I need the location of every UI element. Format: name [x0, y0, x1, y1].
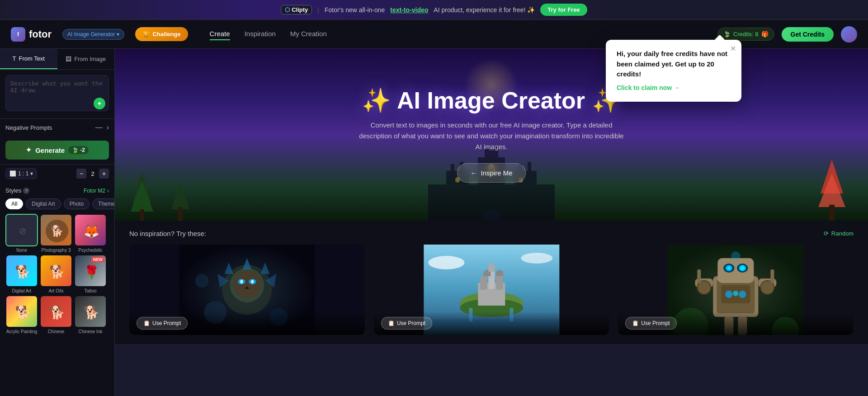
negative-prompts-row[interactable]: Negative Prompts — ›	[0, 118, 114, 136]
tooltip-close-button[interactable]: ✕	[730, 44, 736, 53]
cards-row: 📋 Use Prompt	[129, 245, 854, 335]
count-decrease-button[interactable]: −	[76, 169, 86, 179]
tab-from-image[interactable]: 🖼 From Image	[57, 49, 115, 69]
svg-rect-5	[451, 164, 454, 175]
get-credits-button[interactable]: Get Credits	[782, 27, 834, 42]
use-prompt-button-2[interactable]: 📋 Use Prompt	[381, 317, 432, 330]
credits-label: Credits: 8	[733, 31, 759, 38]
try-for-free-button[interactable]: Try for Free	[540, 4, 587, 16]
inspire-me-label: Inspire Me	[481, 169, 512, 177]
style-thumb-psychedelic: 🦊	[74, 214, 107, 246]
style-thumb-digital-art: 🐕	[5, 255, 38, 287]
ratio-icon: ⬜	[9, 170, 16, 177]
magic-enhance-button[interactable]: ✦	[94, 98, 105, 109]
count-control: − 2 +	[76, 169, 109, 179]
style-photography3[interactable]: 🐕 Photography 3	[40, 214, 72, 253]
style-chinese-ink-label: Chinese Ink	[74, 329, 107, 334]
svg-point-39	[195, 274, 208, 288]
style-grid: ⊘ None 🐕 Photography 3	[0, 211, 114, 337]
cost-value: -2	[80, 147, 85, 153]
style-none[interactable]: ⊘ None	[5, 214, 38, 253]
prompt-textarea[interactable]	[5, 75, 109, 111]
style-thumb-photography3: 🐕	[40, 214, 72, 246]
random-button[interactable]: ⟳ Random	[824, 230, 854, 237]
svg-rect-22	[178, 207, 183, 221]
svg-point-66	[741, 266, 745, 270]
style-digital-art[interactable]: 🐕 Digital Art	[5, 255, 38, 293]
top-banner: ⬡ Clipty | Fotor's new all-in-one text-t…	[0, 0, 868, 20]
style-none-label: None	[5, 248, 38, 253]
style-psychedelic[interactable]: 🦊 Psychedelic	[74, 214, 107, 253]
sidebar: T From Text 🖼 From Image ✦ Negative Prom…	[0, 49, 115, 396]
svg-point-68	[726, 291, 733, 298]
style-tattoo[interactable]: 🌹 NEW Tattoo	[74, 255, 107, 293]
use-prompt-label-3: Use Prompt	[641, 320, 670, 326]
hero-section: ✨ AI Image Creator ✨ Convert text to ima…	[115, 49, 868, 221]
expand-icon: — ›	[95, 123, 109, 132]
styles-label: Styles ?	[5, 187, 29, 194]
count-increase-button[interactable]: +	[99, 169, 109, 179]
chevron-right-model-icon: ›	[107, 188, 109, 194]
svg-point-35	[251, 280, 254, 283]
prompt-icon-3: 📋	[632, 320, 639, 326]
chevron-down-ratio-icon: ▾	[30, 170, 33, 177]
svg-rect-9	[528, 162, 531, 175]
styles-header: Styles ? Fotor M2 ›	[0, 183, 114, 197]
card-2-overlay: 📋 Use Prompt	[374, 311, 609, 335]
style-acrylic-painting-label: Acrylic Painting	[5, 329, 38, 334]
style-chinese-ink[interactable]: 🐕 Chinese Ink	[74, 295, 107, 334]
card-1-overlay: 📋 Use Prompt	[129, 311, 365, 335]
svg-rect-3	[489, 151, 494, 163]
nav-my-creation[interactable]: My Creation	[290, 28, 327, 40]
filter-all[interactable]: All	[5, 198, 23, 209]
styles-text: Styles	[5, 187, 21, 194]
nav-create[interactable]: Create	[210, 28, 230, 40]
prompt-icon-2: 📋	[388, 320, 395, 326]
prompt-area: ✦	[0, 70, 114, 118]
style-chinese[interactable]: 🐕 Chinese	[40, 295, 72, 334]
claim-credits-link[interactable]: Click to claim now →	[617, 84, 680, 91]
suggestion-card-2[interactable]: 📋 Use Prompt	[374, 245, 609, 335]
style-thumb-art-oils: 🐕	[40, 255, 72, 287]
tab-from-text[interactable]: T From Text	[0, 49, 57, 69]
banner-pipe: |	[317, 6, 319, 14]
style-psychedelic-label: Psychedelic	[74, 248, 107, 253]
generate-cost: 🍃 -2	[68, 146, 89, 154]
svg-rect-46	[480, 276, 487, 290]
credits-badge: 🍃 Credits: 8 🎁	[717, 28, 774, 41]
model-badge[interactable]: Fotor M2 ›	[84, 188, 109, 194]
suggestions-header: No inspiration? Try these: ⟳ Random	[129, 230, 854, 237]
use-prompt-button-1[interactable]: 📋 Use Prompt	[137, 317, 188, 330]
suggestion-card-3[interactable]: 📋 Use Prompt	[618, 245, 854, 335]
svg-rect-60	[718, 258, 754, 283]
ai-image-generator-badge[interactable]: AI Image Generator ▾	[62, 29, 124, 40]
generate-button[interactable]: ✦ Generate 🍃 -2	[5, 141, 109, 160]
style-thumb-none: ⊘	[5, 214, 38, 246]
svg-point-41	[428, 256, 464, 269]
filter-digital-art[interactable]: Digital Art	[26, 198, 61, 209]
use-prompt-label-2: Use Prompt	[397, 320, 425, 326]
model-label: Fotor M2	[84, 188, 105, 194]
challenge-label: Challenge	[152, 31, 180, 38]
inspire-me-button[interactable]: ← Inspire Me	[457, 163, 525, 183]
style-thumb-tattoo: 🌹 NEW	[74, 255, 107, 287]
banner-text2: AI product, experience it for free! ✨	[434, 6, 535, 14]
use-prompt-button-3[interactable]: 📋 Use Prompt	[625, 317, 676, 330]
banner-logo-text: Clipty	[292, 6, 308, 13]
ratio-selector[interactable]: ⬜ 1 : 1 ▾	[5, 168, 37, 179]
wand-icon: ✦	[26, 146, 32, 154]
challenge-button[interactable]: 🏆 Challenge	[135, 27, 188, 41]
style-acrylic-painting[interactable]: 🐕 Acrylic Painting	[5, 295, 38, 334]
filter-themes[interactable]: Themes	[92, 198, 114, 209]
suggestions-section: No inspiration? Try these: ⟳ Random	[115, 221, 868, 344]
style-tattoo-label: Tattoo	[74, 288, 107, 293]
suggestion-card-1[interactable]: 📋 Use Prompt	[129, 245, 365, 335]
refresh-icon: ⟳	[824, 230, 829, 237]
leaf-cost-icon: 🍃	[72, 147, 79, 153]
style-art-oils[interactable]: 🐕 Art Oils	[40, 255, 72, 293]
filter-photo[interactable]: Photo	[64, 198, 90, 209]
hero-subtitle: Convert text to images in seconds with o…	[356, 120, 627, 152]
nav-inspiration[interactable]: Inspiration	[245, 28, 276, 40]
user-avatar[interactable]	[841, 26, 857, 42]
generate-label: Generate	[35, 146, 65, 154]
